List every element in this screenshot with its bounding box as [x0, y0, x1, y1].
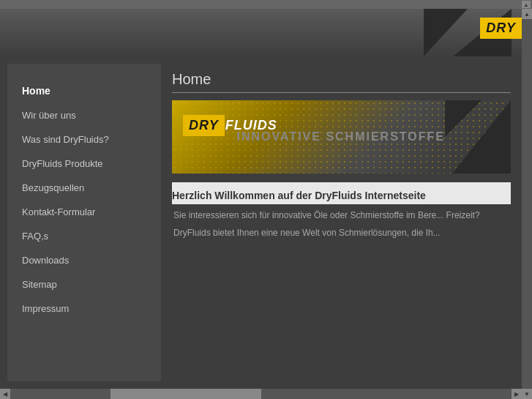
- welcome-section: Herzlich Willkommen auf der DryFluids In…: [172, 182, 511, 381]
- logo-dry-text: DRY: [486, 20, 516, 36]
- body-row: Home Wir über uns Was sind DryFluids? Dr…: [0, 56, 522, 389]
- nav-item-impressum[interactable]: Impressum: [7, 297, 161, 321]
- right-scrollbar[interactable]: ▲ ▼: [522, 9, 532, 399]
- banner: DRY FLUIDS INNOVATIVE SCHMIERSTOFFE: [172, 100, 511, 174]
- nav-item-downloads[interactable]: Downloads: [7, 248, 161, 272]
- nav-item-kontakt[interactable]: Kontakt-Formular: [7, 200, 161, 224]
- content-area: Home DRY FLUIDS INNOVATIVE SC: [161, 56, 522, 389]
- welcome-paragraph-1: Sie interessieren sich für innovative Öl…: [172, 209, 511, 222]
- header: DRY: [0, 9, 522, 56]
- welcome-paragraph-2: DryFluids bietet Ihnen eine neue Welt vo…: [172, 226, 511, 239]
- banner-tagline: INNOVATIVE SCHMIERSTOFFE: [237, 130, 445, 143]
- nav-item-faq[interactable]: FAQ,s: [7, 224, 161, 248]
- sidebar: Home Wir über uns Was sind DryFluids? Dr…: [7, 64, 161, 381]
- browser-frame: ▲ DRY Home Wir: [0, 0, 532, 399]
- vertical-scroll-track[interactable]: [522, 19, 532, 389]
- horizontal-scroll-thumb[interactable]: [110, 389, 261, 399]
- banner-triangle-right: [452, 100, 511, 174]
- scroll-up-button[interactable]: ▲: [522, 1, 531, 8]
- horizontal-scroll-track[interactable]: [10, 389, 512, 399]
- banner-logo-box: DRY: [183, 115, 225, 136]
- logo-badge: DRY: [480, 18, 522, 39]
- banner-dry-text: DRY: [189, 118, 219, 133]
- page-title: Home: [172, 71, 211, 87]
- nav-item-produkte[interactable]: DryFluids Produkte: [7, 152, 161, 176]
- scroll-left-button[interactable]: ◀: [0, 389, 10, 399]
- top-scrollbar[interactable]: ▲: [0, 0, 532, 9]
- bottom-scrollbar[interactable]: ◀ ▶: [0, 389, 522, 399]
- nav-item-bezug[interactable]: Bezugsquellen: [7, 176, 161, 200]
- nav-item-home[interactable]: Home: [7, 78, 161, 103]
- nav-item-was[interactable]: Was sind DryFluids?: [7, 127, 161, 152]
- scroll-bottom-button[interactable]: ▼: [522, 389, 532, 399]
- main-area: DRY Home Wir über uns Was sind DryFluids…: [0, 9, 532, 399]
- nav-item-sitemap[interactable]: Sitemap: [7, 272, 161, 297]
- welcome-title: Herzlich Willkommen auf der DryFluids In…: [172, 182, 511, 204]
- page-content: DRY Home Wir über uns Was sind DryFluids…: [0, 9, 522, 399]
- nav-item-wir[interactable]: Wir über uns: [7, 103, 161, 127]
- top-logo: DRY: [480, 18, 522, 39]
- scroll-right-button[interactable]: ▶: [512, 389, 522, 399]
- scroll-top-button[interactable]: ▲: [522, 9, 532, 19]
- page-title-section: Home: [172, 64, 511, 93]
